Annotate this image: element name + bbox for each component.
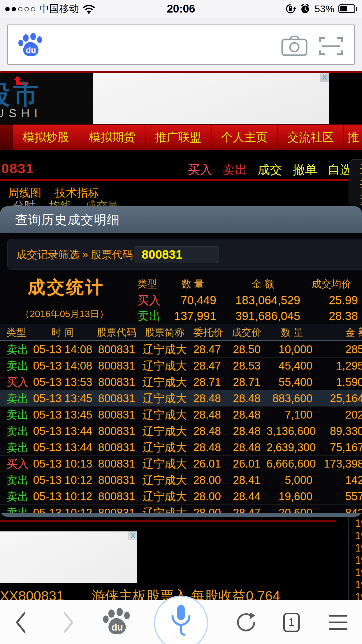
cell-amount: 173,398: [318, 456, 362, 472]
clock-time: 20:06: [167, 3, 195, 15]
bottom-ad-close-button[interactable]: X: [128, 531, 137, 540]
edge-price-value: 19: [355, 530, 362, 542]
camera-search-icon[interactable]: [281, 35, 308, 56]
cell-type: 卖出: [0, 488, 32, 505]
nav-left-cap: [0, 125, 13, 150]
cell-amount: 202: [318, 407, 362, 423]
cell-stock-name: 辽宁成大: [140, 439, 189, 456]
stock-tab-2[interactable]: 卖出: [223, 162, 247, 178]
stock-code-input[interactable]: [134, 246, 219, 263]
cell-trade-price: 28.50: [227, 341, 266, 358]
edge-price-value: 19: [355, 554, 362, 566]
stock-tab-4[interactable]: 撤单: [293, 162, 317, 178]
cell-time: 05-13 13:44: [32, 423, 93, 439]
baidu-home-button[interactable]: du: [102, 600, 132, 644]
cell-time: 05-13 10:12: [32, 472, 93, 488]
ad-close-button[interactable]: X: [320, 74, 329, 82]
cell-type: 买入: [0, 374, 32, 390]
edge-price-value: 19: [355, 566, 362, 579]
table-header-1: 类型: [0, 324, 32, 340]
qr-scan-icon[interactable]: [319, 36, 343, 56]
trade-table-header: 类型时 间股票代码股票简称委托价成交价数 量金 额: [0, 324, 362, 341]
stock-tab-3[interactable]: 成交: [258, 162, 282, 178]
nav-item-3[interactable]: 推广联盟: [145, 125, 212, 150]
cell-stock-name: 辽宁成大: [140, 407, 189, 423]
hamburger-icon: [329, 615, 347, 630]
cell-type: 卖出: [0, 472, 32, 488]
table-row[interactable]: 卖出05-13 14:08800831辽宁成大28.4728.5010,0002…: [0, 341, 362, 358]
cell-type: 买入: [0, 456, 32, 472]
cell-stock-code: 800831: [93, 390, 140, 407]
table-row[interactable]: 卖出05-13 13:45800831辽宁成大28.4828.487,10020…: [0, 407, 362, 423]
nav-item-1[interactable]: 模拟炒股: [13, 125, 79, 150]
table-header-5: 委托价: [189, 324, 227, 340]
cell-stock-name: 辽宁成大: [140, 488, 189, 505]
stock-code-label: 800831: [0, 160, 34, 176]
table-row[interactable]: 卖出05-13 13:45800831辽宁成大28.4828.48883,600…: [0, 390, 362, 407]
summary-amount: 183,064,529: [220, 293, 300, 307]
summary-qty: 70,449: [146, 293, 216, 307]
tabs-button[interactable]: 1: [283, 600, 300, 644]
cell-quantity: 6,666,600: [266, 456, 318, 472]
cell-amount: 25,164: [318, 390, 362, 407]
cell-time: 05-13 13:44: [32, 439, 93, 456]
cell-order-price: 28.48: [189, 407, 227, 423]
nav-item-5[interactable]: 交流社区: [278, 125, 344, 150]
cell-order-price: 26.01: [189, 456, 227, 472]
menu-button[interactable]: [329, 600, 347, 644]
edge-price-value: 19: [355, 542, 362, 554]
forward-button[interactable]: [62, 600, 75, 644]
nav-item-6[interactable]: 推: [344, 125, 362, 150]
table-header-3: 股票代码: [93, 324, 140, 340]
summary-avg-price: 25.99: [300, 293, 358, 307]
cell-amount: 1,295: [318, 358, 362, 374]
cell-stock-name: 辽宁成大: [140, 456, 189, 472]
cell-time: 05-13 13:45: [32, 407, 93, 423]
table-row[interactable]: 卖出05-13 14:08800831辽宁成大28.4728.5345,4001…: [0, 358, 362, 374]
signal-dot: [12, 7, 16, 11]
back-button[interactable]: [14, 600, 27, 644]
summary-amount: 391,686,045: [220, 309, 300, 323]
cell-time: 05-13 13:45: [32, 390, 93, 407]
browser-header: du: [0, 18, 362, 73]
wifi-icon: [82, 4, 95, 14]
summary-qty: 137,991: [146, 309, 216, 323]
cell-time: 05-13 10:12: [32, 488, 93, 505]
modal-title: 查询历史成交明细: [0, 206, 362, 233]
bottom-ad-banner[interactable]: X: [0, 531, 137, 583]
cell-trade-price: 28.53: [227, 358, 266, 374]
svg-text:du: du: [26, 46, 36, 55]
table-row[interactable]: 买入05-13 13:53800831辽宁成大28.7128.7155,4001…: [0, 374, 362, 390]
table-row[interactable]: 买入05-13 10:13800831辽宁成大26.0126.016,666,6…: [0, 456, 362, 472]
cell-trade-price: 28.48: [227, 439, 266, 456]
main-nav: 模拟炒股模拟期货推广联盟个人主页交流社区推: [0, 125, 362, 150]
cell-type: 卖出: [0, 390, 32, 407]
cell-order-price: 28.47: [189, 341, 227, 358]
cell-type: 卖出: [0, 407, 32, 423]
nav-item-2[interactable]: 模拟期货: [79, 125, 145, 150]
table-row[interactable]: 卖出05-13 10:12800831辽宁成大28.0028.415,00014…: [0, 472, 362, 488]
search-bar[interactable]: du: [7, 24, 355, 65]
baidu-logo-icon: du: [17, 32, 44, 59]
stock-tab-bar: 800831 买入卖出成交撤单自选: [0, 160, 362, 176]
stock-tab-1[interactable]: 买入: [188, 162, 212, 178]
table-row[interactable]: 卖出05-13 13:44800831辽宁成大28.4828.482,639,3…: [0, 439, 362, 456]
lower-vertical-divider: [348, 517, 349, 600]
table-header-4: 股票简称: [140, 324, 189, 340]
cell-stock-name: 辽宁成大: [140, 341, 189, 358]
cell-type: 卖出: [0, 358, 32, 374]
cell-order-price: 28.48: [189, 390, 227, 407]
table-row[interactable]: 卖出05-13 10:12800831辽宁成大28.0028.4419,6005…: [0, 488, 362, 505]
status-bar: 中国移动 20:06 53%: [0, 0, 362, 18]
table-row[interactable]: 卖出05-13 13:44800831辽宁成大28.4828.483,136,6…: [0, 423, 362, 439]
cell-order-price: 28.00: [189, 472, 227, 488]
refresh-button[interactable]: [235, 600, 257, 644]
top-ad-banner[interactable]: X: [93, 73, 329, 124]
cell-time: 05-13 13:53: [32, 374, 93, 390]
cell-trade-price: 26.01: [227, 456, 266, 472]
site-logo-en: GUSHI: [0, 107, 42, 120]
battery-icon: [338, 4, 357, 13]
nav-item-4[interactable]: 个人主页: [212, 125, 278, 150]
cell-stock-name: 辽宁成大: [140, 423, 189, 439]
summary-row: 买入70,449183,064,52925.99: [0, 293, 362, 307]
